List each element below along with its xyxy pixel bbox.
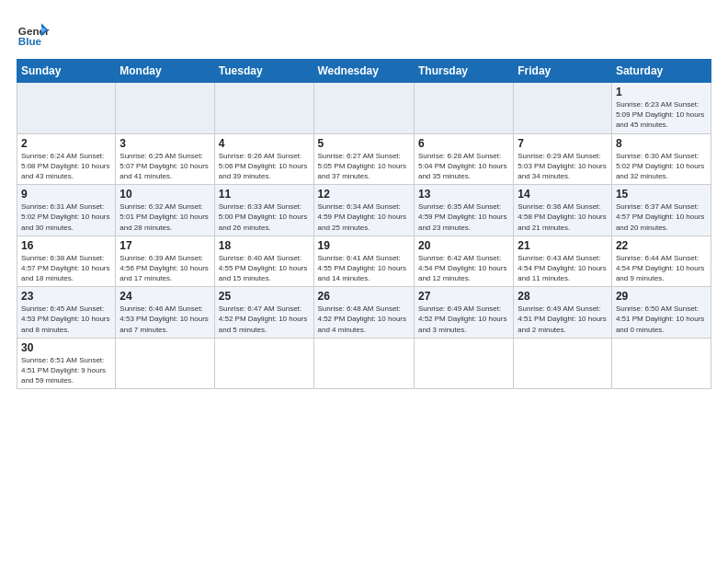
calendar-cell: 19Sunrise: 6:41 AM Sunset: 4:55 PM Dayli… bbox=[313, 236, 414, 287]
day-number: 27 bbox=[418, 290, 509, 303]
weekday-header-wednesday: Wednesday bbox=[313, 60, 414, 83]
week-row-4: 16Sunrise: 6:38 AM Sunset: 4:57 PM Dayli… bbox=[17, 236, 711, 287]
day-info: Sunrise: 6:49 AM Sunset: 4:51 PM Dayligh… bbox=[518, 304, 608, 335]
weekday-header-saturday: Saturday bbox=[611, 60, 711, 83]
day-number: 9 bbox=[21, 188, 111, 201]
calendar: SundayMondayTuesdayWednesdayThursdayFrid… bbox=[17, 59, 711, 389]
header: General Blue bbox=[17, 17, 711, 50]
day-info: Sunrise: 6:25 AM Sunset: 5:07 PM Dayligh… bbox=[119, 151, 210, 182]
calendar-cell: 24Sunrise: 6:46 AM Sunset: 4:53 PM Dayli… bbox=[116, 287, 214, 339]
calendar-cell: 10Sunrise: 6:32 AM Sunset: 5:01 PM Dayli… bbox=[116, 185, 214, 236]
calendar-cell: 13Sunrise: 6:35 AM Sunset: 4:59 PM Dayli… bbox=[414, 185, 513, 236]
calendar-cell: 23Sunrise: 6:45 AM Sunset: 4:53 PM Dayli… bbox=[17, 287, 116, 339]
calendar-cell: 21Sunrise: 6:43 AM Sunset: 4:54 PM Dayli… bbox=[514, 236, 612, 287]
calendar-cell bbox=[414, 338, 513, 389]
calendar-cell: 14Sunrise: 6:36 AM Sunset: 4:58 PM Dayli… bbox=[514, 185, 612, 236]
day-info: Sunrise: 6:50 AM Sunset: 4:51 PM Dayligh… bbox=[616, 304, 707, 335]
day-number: 24 bbox=[119, 290, 210, 303]
calendar-cell bbox=[414, 83, 513, 134]
day-info: Sunrise: 6:31 AM Sunset: 5:02 PM Dayligh… bbox=[21, 201, 111, 233]
calendar-cell: 20Sunrise: 6:42 AM Sunset: 4:54 PM Dayli… bbox=[414, 236, 513, 287]
calendar-cell: 3Sunrise: 6:25 AM Sunset: 5:07 PM Daylig… bbox=[116, 133, 214, 185]
day-info: Sunrise: 6:32 AM Sunset: 5:01 PM Dayligh… bbox=[119, 201, 210, 233]
weekday-header-tuesday: Tuesday bbox=[214, 60, 313, 83]
day-info: Sunrise: 6:30 AM Sunset: 5:02 PM Dayligh… bbox=[616, 151, 707, 182]
day-info: Sunrise: 6:39 AM Sunset: 4:56 PM Dayligh… bbox=[119, 253, 210, 284]
week-row-1: 1Sunrise: 6:23 AM Sunset: 5:09 PM Daylig… bbox=[17, 83, 711, 134]
calendar-cell: 22Sunrise: 6:44 AM Sunset: 4:54 PM Dayli… bbox=[611, 236, 711, 287]
day-info: Sunrise: 6:23 AM Sunset: 5:09 PM Dayligh… bbox=[616, 99, 707, 131]
day-info: Sunrise: 6:45 AM Sunset: 4:53 PM Dayligh… bbox=[21, 304, 111, 335]
calendar-cell: 29Sunrise: 6:50 AM Sunset: 4:51 PM Dayli… bbox=[611, 287, 711, 339]
calendar-cell: 7Sunrise: 6:29 AM Sunset: 5:03 PM Daylig… bbox=[514, 133, 612, 185]
day-number: 29 bbox=[616, 290, 707, 303]
calendar-cell bbox=[17, 83, 116, 134]
day-number: 30 bbox=[21, 341, 111, 354]
day-number: 1 bbox=[616, 86, 707, 98]
day-number: 26 bbox=[318, 290, 410, 303]
day-info: Sunrise: 6:33 AM Sunset: 5:00 PM Dayligh… bbox=[219, 201, 310, 233]
calendar-cell: 4Sunrise: 6:26 AM Sunset: 5:06 PM Daylig… bbox=[214, 133, 313, 185]
week-row-6: 30Sunrise: 6:51 AM Sunset: 4:51 PM Dayli… bbox=[17, 338, 711, 389]
calendar-cell bbox=[514, 338, 612, 389]
day-number: 14 bbox=[518, 188, 608, 201]
weekday-header-thursday: Thursday bbox=[414, 60, 513, 83]
week-row-3: 9Sunrise: 6:31 AM Sunset: 5:02 PM Daylig… bbox=[17, 185, 711, 236]
day-number: 20 bbox=[418, 239, 509, 252]
day-number: 4 bbox=[219, 137, 310, 150]
day-info: Sunrise: 6:43 AM Sunset: 4:54 PM Dayligh… bbox=[518, 253, 608, 284]
day-info: Sunrise: 6:38 AM Sunset: 4:57 PM Dayligh… bbox=[21, 253, 111, 284]
calendar-cell: 16Sunrise: 6:38 AM Sunset: 4:57 PM Dayli… bbox=[17, 236, 116, 287]
logo: General Blue bbox=[17, 17, 50, 50]
calendar-cell: 26Sunrise: 6:48 AM Sunset: 4:52 PM Dayli… bbox=[313, 287, 414, 339]
day-info: Sunrise: 6:49 AM Sunset: 4:52 PM Dayligh… bbox=[418, 304, 509, 335]
day-number: 28 bbox=[518, 290, 608, 303]
day-info: Sunrise: 6:46 AM Sunset: 4:53 PM Dayligh… bbox=[119, 304, 210, 335]
calendar-cell bbox=[611, 338, 711, 389]
calendar-cell: 12Sunrise: 6:34 AM Sunset: 4:59 PM Dayli… bbox=[313, 185, 414, 236]
day-info: Sunrise: 6:26 AM Sunset: 5:06 PM Dayligh… bbox=[219, 151, 310, 182]
calendar-cell bbox=[214, 338, 313, 389]
calendar-cell: 2Sunrise: 6:24 AM Sunset: 5:08 PM Daylig… bbox=[17, 133, 116, 185]
calendar-cell: 8Sunrise: 6:30 AM Sunset: 5:02 PM Daylig… bbox=[611, 133, 711, 185]
day-number: 19 bbox=[318, 239, 410, 252]
calendar-cell: 1Sunrise: 6:23 AM Sunset: 5:09 PM Daylig… bbox=[611, 83, 711, 134]
day-number: 17 bbox=[119, 239, 210, 252]
day-number: 8 bbox=[616, 137, 707, 150]
day-info: Sunrise: 6:47 AM Sunset: 4:52 PM Dayligh… bbox=[219, 304, 310, 335]
day-number: 16 bbox=[21, 239, 111, 252]
day-number: 11 bbox=[219, 188, 310, 201]
day-number: 7 bbox=[518, 137, 608, 150]
day-number: 25 bbox=[219, 290, 310, 303]
day-info: Sunrise: 6:40 AM Sunset: 4:55 PM Dayligh… bbox=[219, 253, 310, 284]
day-info: Sunrise: 6:34 AM Sunset: 4:59 PM Dayligh… bbox=[318, 201, 410, 233]
day-info: Sunrise: 6:42 AM Sunset: 4:54 PM Dayligh… bbox=[418, 253, 509, 284]
day-number: 10 bbox=[119, 188, 210, 201]
page: General Blue SundayMondayTuesdayWednesda… bbox=[0, 0, 728, 563]
day-info: Sunrise: 6:44 AM Sunset: 4:54 PM Dayligh… bbox=[616, 253, 707, 284]
weekday-header-monday: Monday bbox=[116, 60, 214, 83]
calendar-cell: 11Sunrise: 6:33 AM Sunset: 5:00 PM Dayli… bbox=[214, 185, 313, 236]
week-row-5: 23Sunrise: 6:45 AM Sunset: 4:53 PM Dayli… bbox=[17, 287, 711, 339]
calendar-cell: 27Sunrise: 6:49 AM Sunset: 4:52 PM Dayli… bbox=[414, 287, 513, 339]
day-number: 3 bbox=[119, 137, 210, 150]
day-number: 18 bbox=[219, 239, 310, 252]
calendar-cell: 25Sunrise: 6:47 AM Sunset: 4:52 PM Dayli… bbox=[214, 287, 313, 339]
calendar-cell bbox=[514, 83, 612, 134]
calendar-cell bbox=[116, 83, 214, 134]
day-info: Sunrise: 6:35 AM Sunset: 4:59 PM Dayligh… bbox=[418, 201, 509, 233]
weekday-header-friday: Friday bbox=[514, 60, 612, 83]
weekday-header-sunday: Sunday bbox=[17, 60, 116, 83]
day-info: Sunrise: 6:41 AM Sunset: 4:55 PM Dayligh… bbox=[318, 253, 410, 284]
day-number: 13 bbox=[418, 188, 509, 201]
day-number: 12 bbox=[318, 188, 410, 201]
day-number: 5 bbox=[318, 137, 410, 150]
calendar-cell bbox=[313, 338, 414, 389]
day-number: 2 bbox=[21, 137, 111, 150]
logo-icon: General Blue bbox=[17, 17, 50, 50]
svg-text:Blue: Blue bbox=[18, 35, 42, 47]
calendar-cell: 5Sunrise: 6:27 AM Sunset: 5:05 PM Daylig… bbox=[313, 133, 414, 185]
day-info: Sunrise: 6:24 AM Sunset: 5:08 PM Dayligh… bbox=[21, 151, 111, 182]
weekday-header-row: SundayMondayTuesdayWednesdayThursdayFrid… bbox=[17, 60, 711, 83]
calendar-cell bbox=[214, 83, 313, 134]
